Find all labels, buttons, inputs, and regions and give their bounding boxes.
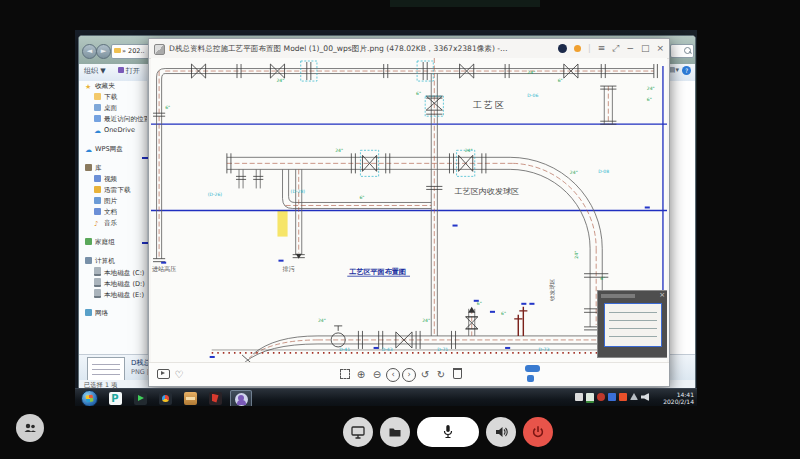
forward-button[interactable]: ► bbox=[96, 44, 111, 59]
slideshow-button[interactable] bbox=[155, 369, 171, 381]
tray-icon-5[interactable] bbox=[619, 393, 627, 401]
homegroup-icon bbox=[85, 238, 92, 245]
address-bar[interactable]: » 202.. bbox=[111, 44, 153, 59]
tray-icon-2[interactable] bbox=[586, 393, 594, 403]
file-thumbnail bbox=[87, 357, 125, 381]
taskbar-app-meeting[interactable] bbox=[205, 390, 225, 406]
navigator-close-icon[interactable]: × bbox=[659, 291, 665, 299]
rotate-right-button[interactable]: ↻ bbox=[433, 369, 449, 380]
sidebar-item-drive[interactable]: 本地磁盘 (C:) bbox=[79, 267, 147, 278]
videos-icon bbox=[94, 175, 101, 182]
view-options[interactable]: ▤▾? bbox=[669, 66, 691, 75]
viewer-title: D栈总资料总控施工艺平面布置图 Model (1)_00_wps图片.png (… bbox=[169, 39, 509, 58]
sidebar-item-desktop[interactable]: 桌面 bbox=[79, 103, 147, 114]
maximize-button[interactable]: □ bbox=[641, 39, 650, 58]
navigator-title bbox=[601, 294, 635, 298]
drawing-canvas[interactable]: 工艺区 工艺区内收发球区 工艺区平面布置图 进站高压 排污 收发球区 24"6"… bbox=[151, 58, 667, 363]
desktop-peek-strip bbox=[390, 0, 540, 7]
svg-text:6": 6" bbox=[600, 276, 605, 281]
drive-icon bbox=[94, 289, 101, 298]
microphone-icon bbox=[440, 423, 456, 441]
folder-icon bbox=[387, 424, 403, 440]
taskbar-clock[interactable]: 14:41 2020/2/14 bbox=[663, 391, 694, 405]
sidebar-item-computer[interactable]: 计算机 bbox=[79, 256, 147, 267]
zoom-out-button[interactable]: ⊖ bbox=[369, 369, 385, 380]
delete-button[interactable] bbox=[449, 368, 465, 381]
library-icon bbox=[85, 164, 92, 171]
taskbar-app-browser[interactable] bbox=[155, 390, 175, 406]
fullscreen-button[interactable]: ⤢ bbox=[612, 39, 619, 58]
screen-share-button[interactable] bbox=[343, 417, 373, 447]
svg-text:(D-28): (D-28) bbox=[291, 189, 306, 194]
organize-button[interactable]: 组织 ▼ bbox=[79, 64, 111, 78]
address-text: » 202.. bbox=[122, 47, 145, 55]
sidebar-item-drive[interactable]: 本地磁盘 (E:) bbox=[79, 289, 147, 300]
microphone-button[interactable] bbox=[417, 417, 479, 447]
music-icon: ♪ bbox=[94, 221, 101, 228]
taskbar-app-wps-p[interactable]: P bbox=[105, 390, 125, 406]
viewer-app-icon bbox=[154, 44, 165, 55]
rotate-left-button[interactable]: ↺ bbox=[417, 369, 433, 380]
pictures-icon bbox=[94, 197, 101, 204]
previous-button[interactable]: ‹ bbox=[385, 368, 401, 382]
separator: | bbox=[588, 39, 591, 58]
tray-icon-3[interactable] bbox=[597, 393, 605, 401]
minimize-button[interactable]: − bbox=[626, 39, 634, 58]
tray-icon-1[interactable] bbox=[575, 393, 583, 401]
recent-icon bbox=[94, 115, 101, 122]
volume-icon[interactable] bbox=[641, 393, 649, 401]
tray-icon-4[interactable] bbox=[608, 393, 616, 401]
contact-icon[interactable] bbox=[527, 375, 534, 382]
sidebar-item-thunder[interactable]: 迅雷下载 bbox=[79, 185, 147, 196]
sidebar-item-homegroup[interactable]: 家庭组 bbox=[79, 237, 147, 248]
help-icon[interactable]: ? bbox=[682, 66, 691, 75]
sidebar-item-folder-down[interactable]: 下载 bbox=[79, 92, 147, 103]
svg-text:6": 6" bbox=[359, 195, 364, 200]
back-button[interactable]: ◄ bbox=[82, 44, 97, 59]
sidebar-item-recent[interactable]: 最近访问的位置 bbox=[79, 114, 147, 125]
leave-call-button[interactable] bbox=[523, 417, 553, 447]
fit-screen-button[interactable] bbox=[337, 369, 353, 381]
viewer-titlebar[interactable]: D栈总资料总控施工艺平面布置图 Model (1)_00_wps图片.png (… bbox=[149, 39, 669, 59]
navigator-panel[interactable]: × bbox=[597, 290, 667, 358]
comment-badge-icon[interactable] bbox=[558, 44, 567, 53]
sidebar-item-videos[interactable]: 视频 bbox=[79, 174, 147, 185]
navigator-thumbnail[interactable] bbox=[604, 303, 662, 347]
svg-text:D-06: D-06 bbox=[527, 93, 538, 98]
sidebar-item-network[interactable]: 网络 bbox=[79, 308, 147, 319]
menu-button[interactable]: ≡ bbox=[598, 39, 606, 58]
piping-diagram: 工艺区 工艺区内收发球区 工艺区平面布置图 进站高压 排污 收发球区 24"6"… bbox=[151, 58, 667, 363]
label-plan-title: 工艺区平面布置图 bbox=[348, 267, 406, 276]
favorite-button[interactable]: ♡ bbox=[171, 369, 187, 380]
label-drain: 排污 bbox=[283, 265, 296, 272]
start-button[interactable] bbox=[81, 390, 98, 406]
speaker-button[interactable] bbox=[486, 417, 516, 447]
svg-text:6": 6" bbox=[501, 311, 506, 316]
search-input[interactable] bbox=[670, 44, 694, 58]
next-button[interactable]: › bbox=[401, 368, 417, 382]
taskbar: P 14:41 2020/2/14 bbox=[75, 388, 697, 406]
sidebar-item-cloud[interactable]: ☁OneDrive bbox=[79, 125, 147, 136]
documents-icon bbox=[94, 208, 101, 215]
taskbar-app-video-player[interactable] bbox=[130, 390, 150, 406]
zoom-in-button[interactable]: ⊕ bbox=[353, 369, 369, 380]
thunder-icon bbox=[94, 186, 101, 193]
sidebar-item-library[interactable]: 库 bbox=[79, 163, 147, 174]
sidebar-item-drive[interactable]: 本地磁盘 (D:) bbox=[79, 278, 147, 289]
taskbar-app-archive[interactable] bbox=[180, 390, 200, 406]
system-tray[interactable] bbox=[575, 393, 649, 403]
sidebar-item-star[interactable]: ★收藏夹 bbox=[79, 81, 147, 92]
svg-text:D-41: D-41 bbox=[339, 347, 350, 352]
svg-text:24": 24" bbox=[574, 251, 579, 259]
sidebar-item-cloud-wps[interactable]: ☁WPS网盘 bbox=[79, 144, 147, 155]
sidebar-item-pictures[interactable]: 图片 bbox=[79, 196, 147, 207]
notice-badge-icon[interactable] bbox=[574, 45, 581, 52]
close-button[interactable]: × bbox=[656, 39, 664, 58]
folder-share-button[interactable] bbox=[380, 417, 410, 447]
sidebar-item-documents[interactable]: 文档 bbox=[79, 207, 147, 218]
taskbar-app-photo-viewer[interactable] bbox=[230, 390, 252, 406]
sidebar-item-music[interactable]: ♪音乐 bbox=[79, 218, 147, 229]
network-icon[interactable] bbox=[630, 393, 638, 400]
participants-button[interactable] bbox=[16, 414, 44, 442]
open-button[interactable]: 打开 bbox=[113, 64, 145, 78]
